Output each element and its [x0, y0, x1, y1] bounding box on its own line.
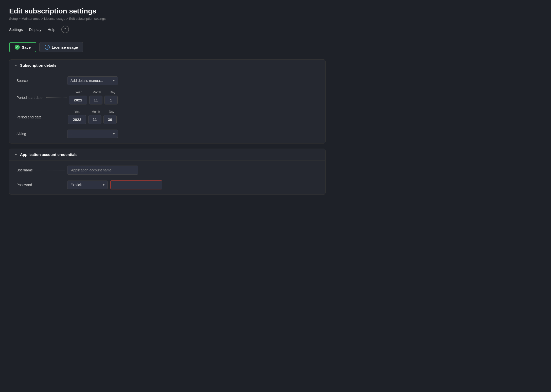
start-year-input[interactable]: [69, 96, 87, 104]
sizing-dotted-line: [30, 134, 65, 134]
chevron-up-icon: ⌃: [64, 27, 67, 31]
period-end-dotted-line: [45, 117, 65, 117]
end-month-label: Month: [89, 110, 102, 114]
subscription-details-section: ▼ Subscription details Source Add detail…: [9, 59, 326, 144]
info-icon: i: [45, 45, 50, 50]
license-usage-button[interactable]: i License usage: [39, 42, 83, 52]
period-end-date-row: Period end date Year Month Day: [16, 110, 318, 124]
source-select[interactable]: Add details manua...: [67, 76, 118, 85]
sizing-label: Sizing: [16, 132, 26, 136]
password-input[interactable]: [110, 180, 162, 189]
start-month-input[interactable]: [89, 96, 102, 104]
save-label: Save: [22, 45, 31, 49]
save-button[interactable]: ✓ Save: [9, 42, 36, 52]
period-start-dotted-line: [46, 97, 66, 98]
save-check-icon: ✓: [15, 45, 20, 50]
start-day-input[interactable]: [104, 96, 118, 104]
period-start-date-group: Year Month Day: [69, 91, 119, 104]
sizing-select[interactable]: -: [67, 130, 118, 138]
start-year-label: Year: [69, 91, 88, 94]
subscription-details-header[interactable]: ▼ Subscription details: [9, 60, 325, 71]
menu-item-display[interactable]: Display: [29, 27, 41, 32]
period-start-date-row: Period start date Year Month Day: [16, 91, 318, 104]
start-day-label: Day: [106, 91, 119, 94]
sizing-select-wrapper[interactable]: - ▼: [67, 130, 118, 138]
subscription-details-title: Subscription details: [20, 63, 56, 67]
source-label: Source: [16, 79, 28, 83]
username-dotted-line: [37, 170, 65, 170]
period-start-date-label: Period start date: [16, 96, 43, 100]
end-year-input[interactable]: [68, 115, 86, 124]
username-label: Username: [16, 168, 33, 172]
password-type-select-wrapper[interactable]: Explicit ▼: [67, 181, 108, 189]
period-end-date-label: Period end date: [16, 115, 42, 119]
credentials-section: ▼ Application account credentials Userna…: [9, 149, 326, 195]
credentials-section-title: Application account credentials: [20, 152, 78, 157]
username-input[interactable]: [67, 166, 138, 175]
password-label: Password: [16, 183, 32, 187]
sizing-row: Sizing - ▼: [16, 130, 318, 138]
end-day-label: Day: [105, 110, 118, 114]
page-title: Edit subscription settings: [9, 7, 326, 15]
end-year-label: Year: [68, 110, 87, 114]
period-end-date-group: Year Month Day: [68, 110, 118, 124]
source-row: Source Add details manua... ▼: [16, 76, 318, 85]
start-month-label: Month: [90, 91, 103, 94]
breadcrumb: Setup > Maintenance > License usage > Ed…: [9, 17, 326, 21]
license-usage-label: License usage: [52, 45, 78, 49]
password-row: Password Explicit ▼: [16, 180, 318, 189]
credentials-section-header[interactable]: ▼ Application account credentials: [9, 149, 325, 161]
password-dotted-line: [35, 185, 65, 185]
collapse-button[interactable]: ⌃: [61, 26, 69, 33]
username-row: Username: [16, 166, 318, 175]
password-type-select[interactable]: Explicit: [67, 181, 108, 189]
chevron-down-icon: ▼: [14, 64, 17, 67]
source-dotted-line: [31, 81, 65, 81]
menu-item-help[interactable]: Help: [47, 27, 55, 32]
end-month-input[interactable]: [88, 115, 101, 124]
end-day-input[interactable]: [103, 115, 117, 124]
menu-item-settings[interactable]: Settings: [9, 27, 23, 32]
source-select-wrapper[interactable]: Add details manua... ▼: [67, 76, 118, 85]
credentials-chevron-icon: ▼: [14, 153, 17, 156]
